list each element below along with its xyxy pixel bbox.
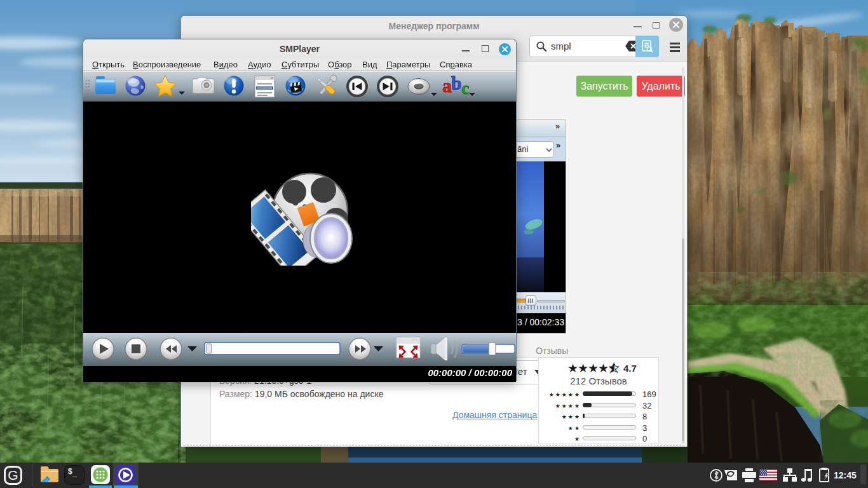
svg-text:12:45: 12:45 [834, 470, 857, 480]
svg-text:c: c [461, 78, 469, 98]
svg-text:a: a [442, 75, 452, 96]
svg-text:b: b [451, 72, 462, 93]
